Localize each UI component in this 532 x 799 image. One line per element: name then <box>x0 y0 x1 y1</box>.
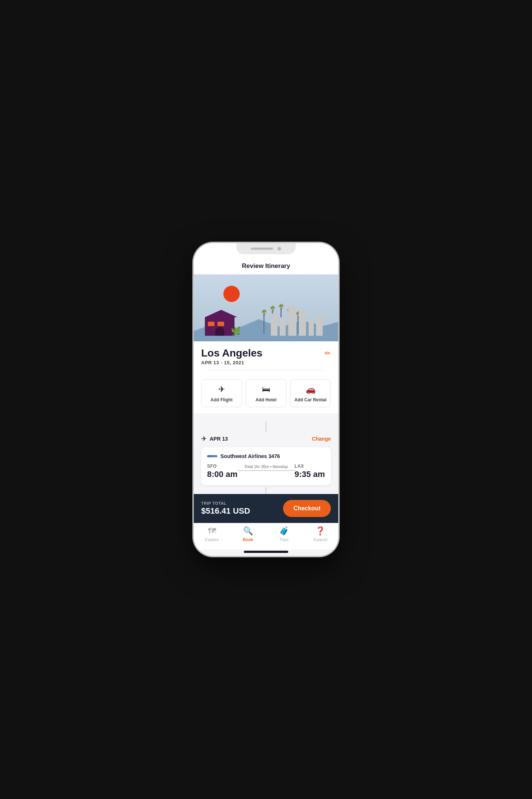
tab-bar: 🗺 Explore 🔍 Book 🧳 Trips ❓ Support <box>194 523 338 549</box>
origin-endpoint: SFO 8:00 am <box>207 464 237 479</box>
trips-icon: 🧳 <box>279 526 289 536</box>
destination-section: Los Angeles ✏ APR 13 - 15, 2021 <box>194 341 338 378</box>
front-camera <box>277 247 281 251</box>
flight-card: Southwest Airlines 3476 SFO 8:00 am Tota… <box>201 447 331 485</box>
trip-total-info: TRIP TOTAL $516.41 USD <box>201 501 250 516</box>
speaker <box>251 248 273 250</box>
tab-book[interactable]: 🔍 Book <box>230 526 266 542</box>
tab-support[interactable]: ❓ Support <box>302 526 339 542</box>
airline-row: Southwest Airlines 3476 <box>207 453 325 459</box>
hotel-icon: 🛏 <box>262 385 270 394</box>
add-flight-button[interactable]: ✈ Add Flight <box>201 379 242 407</box>
flight-date-icon: ✈ <box>201 435 207 443</box>
buildings-illustration <box>271 306 323 336</box>
divider-1 <box>209 370 323 370</box>
support-label: Support <box>313 537 327 542</box>
flight-duration: Total 1hr 35m • Nonstop <box>244 464 288 469</box>
tab-trips[interactable]: 🧳 Trips <box>266 526 302 542</box>
timeline-bottom <box>201 485 331 494</box>
trips-label: Trips <box>280 537 289 542</box>
plant-illustration: 🌿 <box>231 326 241 336</box>
book-icon: 🔍 <box>243 526 253 536</box>
timeline-top <box>201 419 331 435</box>
add-hotel-button[interactable]: 🛏 Add Hotel <box>246 379 286 407</box>
trip-total-amount: $516.41 USD <box>201 506 250 516</box>
phone-notch <box>236 243 296 254</box>
car-icon: 🚗 <box>306 385 316 394</box>
flight-date-row: ✈ APR 13 Change <box>201 435 331 443</box>
trip-total-label: TRIP TOTAL <box>201 501 250 505</box>
add-car-label: Add Car Rental <box>295 397 327 402</box>
add-car-button[interactable]: 🚗 Add Car Rental <box>290 379 331 407</box>
destination-name: Los Angeles <box>201 347 262 359</box>
phone-screen: Review Itinerary 🌴 🌴 <box>194 243 338 556</box>
nav-header: Review Itinerary <box>194 259 338 275</box>
flight-date-left: ✈ APR 13 <box>201 435 228 443</box>
airline-name: Southwest Airlines 3476 <box>220 453 280 459</box>
support-icon: ❓ <box>315 526 325 536</box>
destination-code: LAX <box>295 464 325 469</box>
flight-section: ✈ APR 13 Change Southwest Airlines 3476 … <box>194 413 338 494</box>
palm-tree-1: 🌴 <box>261 309 267 334</box>
explore-icon: 🗺 <box>208 526 216 536</box>
scroll-content: 🌴 🌴 🌴 🌴 <box>194 275 338 494</box>
depart-time: 8:00 am <box>207 470 237 479</box>
edit-destination-icon[interactable]: ✏ <box>325 349 331 358</box>
destination-dates: APR 13 - 15, 2021 <box>201 360 331 365</box>
add-buttons-row: ✈ Add Flight 🛏 Add Hotel 🚗 Add Car Renta… <box>201 379 331 407</box>
checkout-button[interactable]: Checkout <box>283 500 331 517</box>
flight-date: APR 13 <box>210 436 228 442</box>
home-indicator <box>244 551 288 553</box>
trip-total-bar: TRIP TOTAL $516.41 USD Checkout <box>194 494 338 523</box>
explore-label: Explore <box>205 537 219 542</box>
destination-endpoint: LAX 9:35 am <box>295 464 325 479</box>
flight-middle: Total 1hr 35m • Nonstop <box>237 464 295 471</box>
add-hotel-label: Add Hotel <box>256 397 277 402</box>
airline-logo <box>207 455 217 457</box>
flight-icon: ✈ <box>218 385 225 394</box>
sun-illustration <box>223 286 240 302</box>
change-flight-button[interactable]: Change <box>312 436 331 442</box>
origin-code: SFO <box>207 464 237 469</box>
phone-shell: Review Itinerary 🌴 🌴 <box>194 243 338 556</box>
page-title: Review Itinerary <box>242 262 290 269</box>
tab-explore[interactable]: 🗺 Explore <box>194 526 230 542</box>
hero-image: 🌴 🌴 🌴 🌴 <box>194 275 338 341</box>
flight-times-row: SFO 8:00 am Total 1hr 35m • Nonstop LAX … <box>207 464 325 479</box>
add-buttons-section: ✈ Add Flight 🛏 Add Hotel 🚗 Add Car Renta… <box>194 378 338 413</box>
add-flight-label: Add Flight <box>210 397 232 402</box>
flight-line <box>237 470 295 471</box>
book-label: Book <box>243 537 253 542</box>
destination-row: Los Angeles ✏ <box>201 347 331 359</box>
arrive-time: 9:35 am <box>295 470 325 479</box>
